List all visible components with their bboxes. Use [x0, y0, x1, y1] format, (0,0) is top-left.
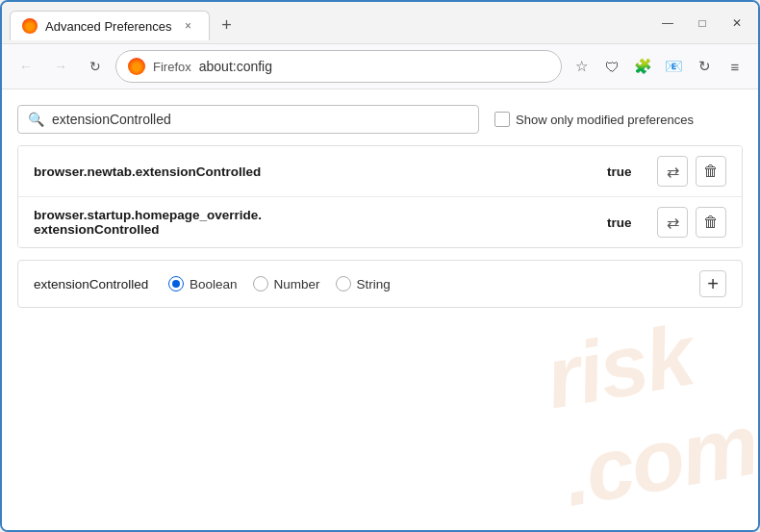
radio-number-label: Number — [274, 277, 320, 291]
mail-button[interactable]: 📧 — [660, 53, 687, 80]
extension-button[interactable]: 🧩 — [629, 53, 656, 80]
search-area: 🔍 Show only modified preferences — [17, 105, 743, 134]
nav-bar: ← → ↻ Firefox ☆ 🛡 🧩 📧 ↻ ≡ — [2, 44, 758, 89]
search-box[interactable]: 🔍 — [17, 105, 479, 134]
radio-number[interactable]: Number — [253, 276, 320, 291]
new-pref-name: extensionControlled — [34, 277, 149, 291]
new-tab-button[interactable]: + — [214, 13, 241, 39]
firefox-logo-icon — [22, 18, 38, 34]
bookmark-button[interactable]: ☆ — [568, 53, 595, 80]
delete-button[interactable]: 🗑 — [696, 207, 726, 238]
reload-button[interactable]: ↻ — [81, 52, 110, 81]
page-content: risk .com 🔍 Show only modified preferenc… — [2, 89, 758, 530]
window-controls: — □ ✕ — [654, 13, 750, 38]
tab-title: Advanced Preferences — [45, 19, 172, 34]
menu-button[interactable]: ≡ — [722, 53, 748, 80]
search-input[interactable] — [52, 112, 469, 127]
search-icon: 🔍 — [28, 112, 44, 127]
address-bar[interactable]: Firefox — [115, 50, 562, 83]
type-radio-group: Boolean Number String — [168, 276, 680, 291]
add-preference-button[interactable]: + — [699, 270, 726, 297]
table-row: browser.newtab.extensionControlled true … — [18, 146, 742, 197]
minimize-button[interactable]: — — [654, 13, 681, 33]
toggle-button[interactable]: ⇄ — [657, 207, 688, 238]
pref-name: browser.startup.homepage_override. exten… — [34, 208, 595, 237]
pref-name: browser.newtab.extensionControlled — [34, 165, 595, 179]
radio-boolean-circle[interactable] — [168, 276, 184, 291]
browser-window: Advanced Preferences × + — □ ✕ ← → ↻ Fir… — [0, 0, 760, 532]
exchange-icon: ⇄ — [667, 163, 679, 181]
pref-actions: ⇄ 🗑 — [657, 156, 726, 187]
table-row: browser.startup.homepage_override. exten… — [18, 197, 742, 247]
watermark: risk .com — [539, 297, 758, 526]
nav-icons: ☆ 🛡 🧩 📧 ↻ ≡ — [568, 53, 748, 80]
exchange-icon: ⇄ — [667, 214, 679, 232]
preferences-table: browser.newtab.extensionControlled true … — [17, 145, 743, 248]
account-button[interactable]: ↻ — [691, 53, 718, 80]
radio-number-circle[interactable] — [253, 276, 268, 291]
radio-boolean[interactable]: Boolean — [168, 276, 238, 291]
forward-button[interactable]: → — [46, 52, 75, 81]
browser-tab[interactable]: Advanced Preferences × — [10, 11, 210, 40]
browser-label: Firefox — [153, 60, 191, 74]
pref-value: true — [607, 215, 646, 230]
trash-icon: 🗑 — [703, 214, 719, 231]
show-modified-label[interactable]: Show only modified preferences — [494, 112, 694, 127]
tab-close-button[interactable]: × — [180, 17, 197, 35]
radio-string-label: String — [357, 277, 391, 291]
maximize-button[interactable]: □ — [689, 13, 716, 33]
site-icon — [128, 58, 145, 75]
pref-name-line1: browser.startup.homepage_override. — [34, 208, 262, 222]
tab-favicon — [22, 18, 38, 34]
add-preference-row: extensionControlled Boolean Number Strin… — [17, 260, 743, 308]
show-modified-text: Show only modified preferences — [516, 113, 694, 127]
radio-boolean-label: Boolean — [190, 277, 238, 291]
radio-string-circle[interactable] — [336, 276, 351, 291]
close-button[interactable]: ✕ — [723, 13, 750, 33]
back-button[interactable]: ← — [12, 52, 40, 81]
radio-string[interactable]: String — [336, 276, 391, 291]
pref-value: true — [607, 165, 646, 179]
toggle-button[interactable]: ⇄ — [657, 156, 688, 187]
pref-actions: ⇄ 🗑 — [657, 207, 726, 238]
show-modified-checkbox[interactable] — [494, 112, 510, 127]
delete-button[interactable]: 🗑 — [696, 156, 726, 187]
shield-button[interactable]: 🛡 — [598, 53, 625, 80]
pref-name-line2: extensionControlled — [34, 222, 160, 237]
trash-icon: 🗑 — [703, 163, 719, 180]
address-input[interactable] — [199, 59, 549, 74]
title-bar: Advanced Preferences × + — □ ✕ — [2, 2, 758, 44]
